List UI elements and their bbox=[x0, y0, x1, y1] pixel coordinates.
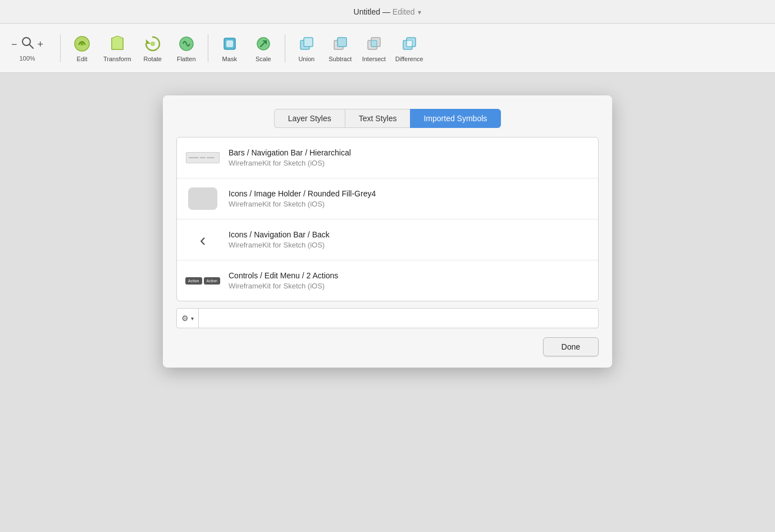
toolbar-subtract-button[interactable]: Subtract bbox=[325, 31, 356, 65]
toolbar-separator-3 bbox=[285, 34, 285, 62]
tab-imported-symbols[interactable]: Imported Symbols bbox=[410, 109, 501, 128]
main-area: Layer Styles Text Styles Imported Symbol… bbox=[0, 73, 775, 532]
toolbar-difference-label: Difference bbox=[395, 56, 423, 62]
title-text: Untitled bbox=[354, 7, 380, 16]
toolbar-rotate-label: Rotate bbox=[144, 56, 162, 62]
tab-text-styles-label: Text Styles bbox=[359, 114, 397, 123]
toolbar-scale-label: Scale bbox=[256, 56, 271, 62]
navbar-thumb bbox=[186, 152, 220, 163]
action-bar-input[interactable] bbox=[199, 314, 598, 323]
svg-line-1 bbox=[29, 44, 33, 48]
svg-rect-20 bbox=[407, 40, 412, 47]
list-item[interactable]: ‹ Icons / Navigation Bar / Back Wirefram… bbox=[177, 219, 598, 260]
action-bar-gear-button[interactable]: ⚙ ▾ bbox=[177, 309, 199, 328]
svg-point-3 bbox=[80, 42, 84, 45]
tab-layer-styles-label: Layer Styles bbox=[288, 114, 331, 123]
svg-rect-14 bbox=[338, 38, 347, 47]
done-button[interactable]: Done bbox=[543, 337, 599, 356]
toolbar-edit-button[interactable]: Edit bbox=[66, 31, 98, 65]
toolbar-mask-label: Mask bbox=[222, 56, 237, 62]
toolbar: − + 100% Edit Transform bbox=[0, 24, 775, 73]
svg-point-6 bbox=[151, 42, 155, 46]
window-title: Untitled — Edited ▾ bbox=[354, 7, 422, 16]
item-3-source: WireframeKit for Sketch (iOS) bbox=[229, 241, 330, 249]
item-1-name: Bars / Navigation Bar / Hierarchical bbox=[229, 148, 351, 157]
done-row: Done bbox=[176, 337, 599, 356]
navbar-line-3 bbox=[207, 157, 215, 158]
title-bar: Untitled — Edited ▾ bbox=[0, 0, 775, 24]
toolbar-difference-button[interactable]: Difference bbox=[392, 31, 427, 65]
item-3-name: Icons / Navigation Bar / Back bbox=[229, 230, 330, 239]
item-3-info: Icons / Navigation Bar / Back WireframeK… bbox=[229, 230, 330, 249]
chevron-down-icon: ▾ bbox=[191, 315, 194, 322]
item-1-thumbnail bbox=[186, 145, 220, 170]
item-2-thumbnail bbox=[186, 186, 220, 211]
title-status: Edited bbox=[393, 7, 415, 16]
item-2-name: Icons / Image Holder / Rounded Fill-Grey… bbox=[229, 189, 376, 198]
item-4-name: Controls / Edit Menu / 2 Actions bbox=[229, 271, 338, 280]
editmenu-thumb: Action Action bbox=[185, 277, 220, 285]
action-bar: ⚙ ▾ bbox=[176, 308, 599, 328]
svg-rect-12 bbox=[304, 38, 313, 47]
list-item[interactable]: Bars / Navigation Bar / Hierarchical Wir… bbox=[177, 137, 598, 178]
item-1-info: Bars / Navigation Bar / Hierarchical Wir… bbox=[229, 148, 351, 167]
zoom-percent[interactable]: 100% bbox=[19, 55, 35, 62]
title-chevron-icon[interactable]: ▾ bbox=[418, 8, 421, 16]
editmenu-action-2: Action bbox=[204, 277, 220, 285]
zoom-plus-button[interactable]: + bbox=[35, 38, 46, 51]
zoom-row: − + bbox=[9, 35, 45, 54]
toolbar-transform-label: Transform bbox=[103, 56, 131, 62]
toolbar-edit-label: Edit bbox=[77, 56, 88, 62]
toolbar-flatten-label: Flatten bbox=[177, 56, 196, 62]
toolbar-separator-1 bbox=[60, 34, 61, 62]
item-3-thumbnail: ‹ bbox=[186, 227, 220, 252]
symbols-list: Bars / Navigation Bar / Hierarchical Wir… bbox=[176, 137, 599, 301]
list-item[interactable]: Icons / Image Holder / Rounded Fill-Grey… bbox=[177, 178, 598, 219]
toolbar-rotate-button[interactable]: Rotate bbox=[137, 31, 168, 65]
navbar-line-1 bbox=[189, 157, 199, 158]
item-4-thumbnail: Action Action bbox=[186, 268, 220, 293]
toolbar-intersect-label: Intersect bbox=[362, 56, 386, 62]
toolbar-scale-button[interactable]: Scale bbox=[248, 31, 279, 65]
list-item[interactable]: Action Action Controls / Edit Menu / 2 A… bbox=[177, 260, 598, 301]
toolbar-mask-button[interactable]: Mask bbox=[214, 31, 245, 65]
zoom-minus-button[interactable]: − bbox=[9, 38, 20, 51]
svg-marker-5 bbox=[112, 36, 123, 49]
editmenu-action-1: Action bbox=[185, 277, 202, 285]
zoom-group: − + 100% bbox=[9, 35, 45, 62]
gear-icon: ⚙ bbox=[181, 314, 189, 323]
toolbar-union-label: Union bbox=[298, 56, 314, 62]
svg-rect-17 bbox=[371, 40, 377, 47]
toolbar-intersect-button[interactable]: Intersect bbox=[358, 31, 390, 65]
zoom-icon bbox=[20, 35, 35, 54]
tabs-row: Layer Styles Text Styles Imported Symbol… bbox=[176, 109, 599, 128]
tab-imported-symbols-label: Imported Symbols bbox=[423, 114, 487, 123]
toolbar-subtract-label: Subtract bbox=[329, 56, 352, 62]
navbar-line-2 bbox=[200, 157, 206, 158]
title-separator: — bbox=[382, 7, 393, 16]
tab-layer-styles[interactable]: Layer Styles bbox=[274, 109, 345, 128]
item-2-source: WireframeKit for Sketch (iOS) bbox=[229, 200, 376, 208]
item-2-info: Icons / Image Holder / Rounded Fill-Grey… bbox=[229, 189, 376, 208]
item-4-source: WireframeKit for Sketch (iOS) bbox=[229, 282, 338, 290]
svg-rect-9 bbox=[226, 40, 233, 47]
dialog-panel: Layer Styles Text Styles Imported Symbol… bbox=[163, 95, 612, 368]
item-4-info: Controls / Edit Menu / 2 Actions Wirefra… bbox=[229, 271, 338, 290]
item-1-source: WireframeKit for Sketch (iOS) bbox=[229, 159, 351, 167]
toolbar-transform-button[interactable]: Transform bbox=[100, 31, 135, 65]
toolbar-separator-2 bbox=[208, 34, 208, 62]
back-arrow-icon: ‹ bbox=[200, 231, 206, 249]
toolbar-flatten-button[interactable]: Flatten bbox=[171, 31, 202, 65]
rounded-thumb bbox=[188, 187, 217, 210]
toolbar-union-button[interactable]: Union bbox=[291, 31, 322, 65]
tab-text-styles[interactable]: Text Styles bbox=[345, 109, 411, 128]
